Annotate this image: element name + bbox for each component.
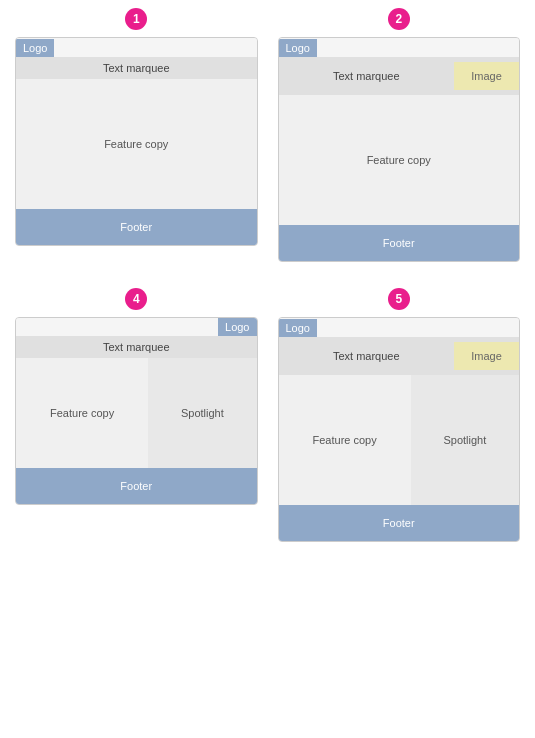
template-5-marquee-row: Text marquee Image xyxy=(279,337,520,375)
badge-1-wrap: 1 xyxy=(15,8,258,32)
template-5-spotlight: Spotlight xyxy=(411,375,519,505)
template-5-topbar: Logo xyxy=(279,318,520,337)
template-2-image: Image xyxy=(454,62,519,90)
template-1-feature: Feature copy xyxy=(16,79,257,209)
badge-4-wrap: 4 xyxy=(15,288,258,312)
template-5-feature-area: Feature copy Spotlight xyxy=(279,375,520,505)
badge-4: 4 xyxy=(125,288,147,310)
badge-5-wrap: 5 xyxy=(278,288,521,312)
template-5-footer: Footer xyxy=(279,505,520,541)
template-4-box: Logo Text marquee Feature copy Spotlight… xyxy=(15,317,258,505)
template-4-feature: Feature copy xyxy=(16,358,148,468)
template-2-footer: Footer xyxy=(279,225,520,261)
template-1-logo: Logo xyxy=(16,39,54,57)
template-2-marquee-text: Text marquee xyxy=(279,62,455,90)
template-5-container: 5 Logo Text marquee Image Feature copy S… xyxy=(278,288,521,542)
template-1-footer: Footer xyxy=(16,209,257,245)
badge-2: 2 xyxy=(388,8,410,30)
template-5-box: Logo Text marquee Image Feature copy Spo… xyxy=(278,317,521,542)
template-4-logo: Logo xyxy=(218,318,256,336)
template-5-image: Image xyxy=(454,342,519,370)
template-4-feature-area: Feature copy Spotlight xyxy=(16,358,257,468)
badge-1: 1 xyxy=(125,8,147,30)
template-5-feature: Feature copy xyxy=(279,375,411,505)
badge-2-wrap: 2 xyxy=(278,8,521,32)
template-5-logo: Logo xyxy=(279,319,317,337)
template-4-spotlight: Spotlight xyxy=(148,358,256,468)
template-2-logo: Logo xyxy=(279,39,317,57)
template-5-marquee-text: Text marquee xyxy=(279,342,455,370)
template-2-feature: Feature copy xyxy=(279,95,520,225)
template-2-container: 2 Logo Text marquee Image Feature copy F… xyxy=(278,8,521,262)
template-4-footer: Footer xyxy=(16,468,257,504)
badge-5: 5 xyxy=(388,288,410,310)
template-4-container: 4 Logo Text marquee Feature copy Spotlig… xyxy=(15,288,258,542)
template-2-box: Logo Text marquee Image Feature copy Foo… xyxy=(278,37,521,262)
template-1-marquee: Text marquee xyxy=(16,57,257,79)
template-1-topbar: Logo xyxy=(16,38,257,57)
template-1-container: 1 Logo Text marquee Feature copy Footer xyxy=(15,8,258,262)
template-2-marquee-row: Text marquee Image xyxy=(279,57,520,95)
template-4-topbar: Logo xyxy=(16,318,257,336)
template-1-box: Logo Text marquee Feature copy Footer xyxy=(15,37,258,246)
template-2-topbar: Logo xyxy=(279,38,520,57)
template-4-marquee: Text marquee xyxy=(16,336,257,358)
